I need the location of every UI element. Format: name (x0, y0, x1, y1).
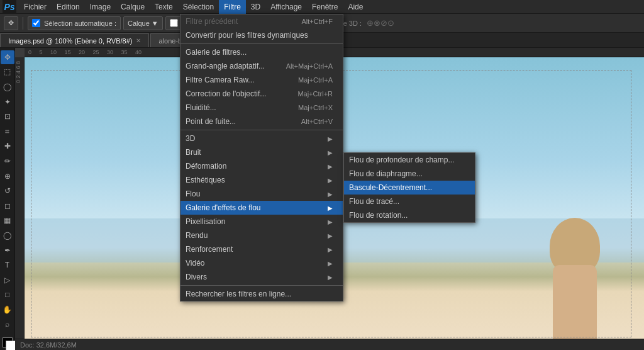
tool-magic-wand[interactable]: ✦ (1, 95, 14, 109)
tool-lasso[interactable]: ◯ (1, 80, 14, 94)
tool-shape[interactable]: □ (1, 288, 14, 302)
tool-pen[interactable]: ✒ (1, 244, 14, 257)
menu-convertir-dynamiques[interactable]: Convertir pour les filtres dynamiques (180, 28, 343, 42)
sep-1 (180, 43, 343, 44)
menu-selection[interactable]: Sélection (178, 0, 219, 14)
flou-profondeur-label: Flou de profondeur de champ... (349, 155, 454, 164)
menu-calque[interactable]: Calque (116, 0, 150, 14)
menu-correction-objectif[interactable]: Correction de l'objectif... Maj+Ctrl+R (180, 87, 343, 101)
galerie-flou-submenu: Flou de profondeur de champ... Flou de d… (343, 152, 475, 223)
pixellisation-label: Pixellisation (186, 217, 225, 226)
esthetiques-label: Esthétiques (186, 176, 225, 184)
filtre-precedent-label: Filtre précédent (186, 17, 238, 26)
video-arrow: ▶ (328, 260, 333, 267)
tab-label-1: Images.psd @ 100% (Ebène 0, RVB/8#) (8, 37, 132, 45)
deformation-label: Déformation (186, 162, 226, 171)
auto-select-label: Sélection automatique : (44, 20, 116, 27)
calque-arrow: ▼ (152, 20, 158, 27)
tool-gradient[interactable]: ▦ (1, 214, 14, 228)
sep-3 (180, 285, 343, 286)
menu-deformation[interactable]: Déformation ▶ (180, 159, 343, 173)
menu-grand-angle[interactable]: Grand-angle adaptatif... Alt+Maj+Ctrl+A (180, 59, 343, 73)
tab-close-1[interactable]: ✕ (136, 37, 141, 44)
app-logo: Ps (3, 0, 16, 14)
menu-rendu[interactable]: Rendu ▶ (180, 229, 343, 242)
calque-dropdown[interactable]: Calque ▼ (123, 16, 163, 30)
flou-label: Flou (186, 189, 200, 198)
tool-spot-heal[interactable]: ✚ (1, 140, 14, 154)
menu-flou[interactable]: Flou ▶ (180, 187, 343, 201)
menu-esthetiques[interactable]: Esthétiques ▶ (180, 173, 343, 187)
submenu-flou-profondeur[interactable]: Flou de profondeur de champ... (344, 153, 475, 167)
foreground-color[interactable] (3, 337, 13, 347)
menu-video[interactable]: Vidéo ▶ (180, 256, 343, 270)
tool-zoom[interactable]: ⌕ (1, 318, 14, 332)
tool-path-select[interactable]: ▷ (1, 273, 14, 287)
tool-crop[interactable]: ⊡ (1, 110, 14, 123)
flou-trace-label: Flou de tracé... (349, 197, 399, 206)
tab-images-psd[interactable]: Images.psd @ 100% (Ebène 0, RVB/8#) ✕ (0, 33, 149, 47)
submenu-bascule-decentrement[interactable]: Bascule-Décentrement... (344, 181, 475, 195)
submenu-flou-rotation[interactable]: Flou de rotation... (344, 208, 475, 222)
menu-fichier[interactable]: Fichier (19, 0, 52, 14)
tool-brush[interactable]: ✏ (1, 154, 14, 168)
menu-rechercher[interactable]: Rechercher les filtres en ligne... (180, 287, 343, 301)
menu-fluidite[interactable]: Fluidité... Maj+Ctrl+X (180, 101, 343, 115)
menu-bar: Ps Fichier Edition Image Calque Texte Sé… (0, 0, 644, 14)
menu-camera-raw[interactable]: Filtre Camera Raw... Maj+Ctrl+A (180, 73, 343, 87)
left-toolbar: ✥ ⬚ ◯ ✦ ⊡ ⌗ ✚ ✏ ⊕ ↺ ◻ ▦ ◯ ✒ T ▷ □ ✋ ⌕ (0, 48, 15, 350)
tool-eyedropper[interactable]: ⌗ (1, 125, 14, 138)
menu-texte[interactable]: Texte (150, 0, 178, 14)
ruler-v-ticks: 0 2 4 6 8 (15, 57, 21, 87)
move-tool-btn[interactable]: ✥ (4, 16, 18, 30)
menu-aide[interactable]: Aide (343, 0, 368, 14)
tool-text[interactable]: T (1, 258, 14, 272)
background-color[interactable] (6, 341, 16, 350)
rechercher-label: Rechercher les filtres en ligne... (186, 290, 291, 298)
menu-edition[interactable]: Edition (52, 0, 85, 14)
submenu-flou-trace[interactable]: Flou de tracé... (344, 195, 475, 208)
tool-move[interactable]: ✥ (1, 50, 14, 64)
ruler-h-ticks: 0 5 10 15 20 25 30 35 40 (25, 49, 145, 55)
menu-filtre-precedent[interactable]: Filtre précédent Alt+Ctrl+F (180, 14, 343, 28)
menu-galerie-filtres[interactable]: Galerie de filtres... (180, 45, 343, 59)
tool-history-brush[interactable]: ↺ (1, 184, 14, 198)
auto-select-check[interactable] (32, 19, 40, 27)
menu-bruit[interactable]: Bruit ▶ (180, 145, 343, 159)
galerie-effets-flou-label: Galerie d'effets de flou (186, 203, 260, 212)
point-fuite-label: Point de fuite... (186, 117, 236, 126)
rendu-arrow: ▶ (328, 232, 333, 239)
menu-3d[interactable]: 3D (246, 0, 265, 14)
menu-3d-item[interactable]: 3D ▶ (180, 132, 343, 145)
menu-galerie-effets-flou[interactable]: Galerie d'effets de flou ▶ (180, 201, 343, 215)
bascule-label: Bascule-Décentrement... (349, 183, 432, 192)
camera-raw-shortcut: Maj+Ctrl+A (298, 76, 333, 84)
menu-divers[interactable]: Divers ▶ (180, 270, 343, 284)
tool-eraser[interactable]: ◻ (1, 199, 14, 213)
menu-pixellisation[interactable]: Pixellisation ▶ (180, 215, 343, 229)
menu-fenetre[interactable]: Fenêtre (307, 0, 343, 14)
menu-affichage[interactable]: Affichage (265, 0, 307, 14)
ruler-vertical: 0 2 4 6 8 (15, 57, 25, 339)
tool-stamp[interactable]: ⊕ (1, 169, 14, 183)
bruit-label: Bruit (186, 148, 201, 157)
tool-dodge[interactable]: ◯ (1, 229, 14, 242)
flou-rotation-label: Flou de rotation... (349, 211, 408, 220)
fluidite-shortcut: Maj+Ctrl+X (298, 104, 333, 111)
fluidite-label: Fluidité... (186, 103, 216, 112)
menu-point-fuite[interactable]: Point de fuite... Alt+Ctrl+V (180, 115, 343, 128)
correction-objectif-label: Correction de l'objectif... (186, 89, 266, 98)
galerie-effets-flou-arrow: ▶ (328, 205, 333, 212)
tool-select-rect[interactable]: ⬚ (1, 65, 14, 79)
tool-hand[interactable]: ✋ (1, 303, 14, 317)
menu-image[interactable]: Image (85, 0, 116, 14)
3d-arrow: ▶ (328, 135, 333, 142)
esthetiques-arrow: ▶ (328, 177, 333, 184)
menu-renforcement[interactable]: Renforcement ▶ (180, 242, 343, 256)
galerie-filtres-label: Galerie de filtres... (186, 48, 247, 57)
menu-filtre[interactable]: Filtre (219, 0, 246, 14)
auto-select-checkbox[interactable]: Sélection automatique : (28, 16, 121, 30)
status-bar: Doc: 32,6M/32,6M (15, 339, 644, 350)
submenu-flou-diaphragme[interactable]: Flou de diaphragme... (344, 167, 475, 181)
options-check[interactable] (170, 19, 178, 27)
